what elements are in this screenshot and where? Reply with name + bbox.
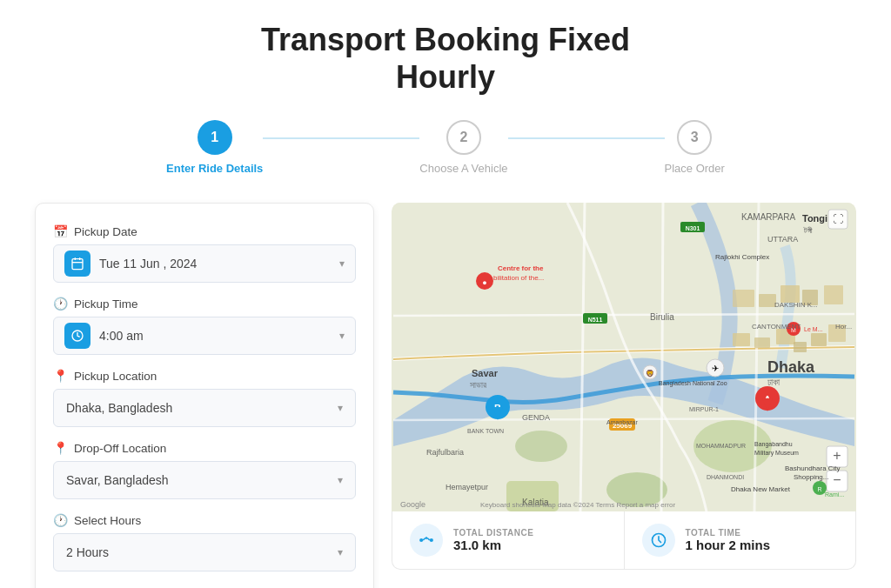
svg-text:Rami...: Rami... xyxy=(825,491,844,498)
select-hours-label: 🕐 Select Hours xyxy=(53,513,356,527)
svg-text:🦁: 🦁 xyxy=(646,369,654,378)
svg-text:Dhaka New Market: Dhaka New Market xyxy=(731,485,791,493)
svg-point-92 xyxy=(425,538,428,540)
select-hours-field: 🕐 Select Hours 2 Hours ▾ xyxy=(53,513,356,571)
svg-text:−: − xyxy=(833,472,841,487)
svg-text:GENDA: GENDA xyxy=(522,413,550,422)
pickup-time-field: 🕐 Pickup Time 4:00 am ▾ xyxy=(53,297,356,355)
svg-text:●: ● xyxy=(482,278,486,287)
step-connector-1 xyxy=(263,137,419,139)
svg-text:⛶: ⛶ xyxy=(833,213,843,225)
pickup-time-value: 4:00 am xyxy=(99,329,339,343)
svg-text:Amanbazar: Amanbazar xyxy=(606,419,638,425)
svg-line-13 xyxy=(661,203,663,511)
svg-text:ঢাকা: ঢাকা xyxy=(767,377,780,387)
svg-rect-21 xyxy=(811,333,827,346)
svg-rect-25 xyxy=(780,285,800,303)
svg-text:DHANMONDI: DHANMONDI xyxy=(707,474,744,480)
pickup-date-label: 📅 Pickup Date xyxy=(53,224,356,238)
svg-rect-27 xyxy=(824,285,843,304)
svg-text:Tongi: Tongi xyxy=(802,213,827,224)
time-value: 1 hour 2 mins xyxy=(686,538,771,552)
svg-text:Keyboard shortcuts  Map data ©: Keyboard shortcuts Map data ©2024 Terms … xyxy=(480,501,675,509)
pickup-location-label: 📍 Pickup Location xyxy=(53,369,356,383)
svg-rect-23 xyxy=(733,290,754,307)
map-panel: Dhaka ঢাকা Savar সাভার Birulia GENDA Kal… xyxy=(392,203,856,570)
svg-text:Rajfulbaria: Rajfulbaria xyxy=(426,448,464,457)
svg-rect-20 xyxy=(794,342,807,352)
map-info-bar: TOTAL DISTANCE 31.0 km TOTAL TIME 1 hour… xyxy=(392,511,856,570)
distance-label: TOTAL DISTANCE xyxy=(453,528,533,538)
distance-icon xyxy=(418,531,435,549)
calendar-icon: 📅 xyxy=(53,224,68,238)
pickup-location-value: Dhaka, Bangladesh xyxy=(66,401,172,415)
svg-text:Le M...: Le M... xyxy=(804,326,822,332)
time-label: TOTAL TIME xyxy=(686,528,771,538)
svg-text:Shopping...: Shopping... xyxy=(794,473,828,481)
svg-text:Savar: Savar xyxy=(472,368,499,378)
svg-text:Rajlokhi Complex: Rajlokhi Complex xyxy=(715,253,769,261)
step-1-circle: 1 xyxy=(198,120,232,155)
pickup-date-field: 📅 Pickup Date Tue 11 Jun , 2024 ▾ xyxy=(53,224,356,283)
time-icon-circle xyxy=(642,524,675,557)
svg-text:Dhaka: Dhaka xyxy=(767,358,815,376)
svg-text:Hor...: Hor... xyxy=(835,323,852,331)
svg-text:UTTARA: UTTARA xyxy=(767,235,798,244)
svg-point-90 xyxy=(419,538,423,542)
svg-text:+: + xyxy=(833,448,841,463)
svg-rect-0 xyxy=(72,259,83,270)
svg-text:Birulia: Birulia xyxy=(650,312,674,322)
svg-text:bilitation of the...: bilitation of the... xyxy=(493,274,544,282)
dropoff-location-select[interactable]: Savar, Bangladesh ▾ xyxy=(53,461,356,499)
pickup-date-select[interactable]: Tue 11 Jun , 2024 ▾ xyxy=(53,244,356,283)
map-container: Dhaka ঢাকা Savar সাভার Birulia GENDA Kal… xyxy=(392,203,856,511)
form-panel: 📅 Pickup Date Tue 11 Jun , 2024 ▾ xyxy=(35,203,374,588)
svg-text:Hemayetpur: Hemayetpur xyxy=(446,483,488,491)
distance-icon-circle xyxy=(410,524,443,557)
map-svg: Dhaka ঢাকা Savar সাভার Birulia GENDA Kal… xyxy=(392,203,856,511)
svg-text:Bangladesh National Zoo: Bangladesh National Zoo xyxy=(659,380,727,387)
hours-clock-icon: 🕐 xyxy=(53,513,68,527)
svg-text:টঙ্গী: টঙ্গী xyxy=(803,226,813,235)
pickup-location-arrow: ▾ xyxy=(338,402,343,414)
step-connector-2 xyxy=(508,137,665,139)
pickup-time-icon xyxy=(64,323,90,349)
dropoff-location-arrow: ▾ xyxy=(338,474,343,486)
step-1-label: Enter Ride Details xyxy=(166,162,263,175)
select-hours-select[interactable]: 2 Hours ▾ xyxy=(53,533,356,571)
svg-text:CANTONMENT: CANTONMENT xyxy=(752,323,801,331)
step-2-circle: 2 xyxy=(446,120,481,155)
pickup-location-field: 📍 Pickup Location Dhaka, Bangladesh ▾ xyxy=(53,369,356,427)
distance-value: 31.0 km xyxy=(453,538,533,552)
select-hours-value: 2 Hours xyxy=(66,545,109,559)
svg-text:DAKSHIN K...: DAKSHIN K... xyxy=(774,301,818,309)
step-3-circle: 3 xyxy=(677,120,712,155)
svg-point-11 xyxy=(515,431,567,462)
time-dropdown-arrow: ▾ xyxy=(339,330,345,342)
dropoff-location-value: Savar, Bangladesh xyxy=(66,473,169,487)
svg-text:✈: ✈ xyxy=(712,364,719,373)
svg-text:MOHAMMADPUR: MOHAMMADPUR xyxy=(696,443,746,449)
pickup-location-select[interactable]: Dhaka, Bangladesh ▾ xyxy=(53,389,356,427)
pickup-location-icon: 📍 xyxy=(53,369,68,383)
pickup-date-value: Tue 11 Jun , 2024 xyxy=(99,257,339,271)
svg-text:BANK TOWN: BANK TOWN xyxy=(467,428,504,434)
date-dropdown-arrow: ▾ xyxy=(339,257,345,270)
pickup-time-select[interactable]: 4:00 am ▾ xyxy=(53,317,356,355)
step-2: 2 Choose A Vehicle xyxy=(419,120,507,175)
dropoff-location-icon: 📍 xyxy=(53,441,68,455)
step-2-label: Choose A Vehicle xyxy=(419,162,507,175)
svg-text:Centre for the: Centre for the xyxy=(498,264,544,272)
svg-text:R: R xyxy=(817,486,821,492)
svg-text:N301: N301 xyxy=(686,225,700,231)
dropoff-location-field: 📍 Drop-Off Location Savar, Bangladesh ▾ xyxy=(53,441,356,499)
time-icon xyxy=(650,531,667,549)
svg-text:Google: Google xyxy=(400,500,425,509)
time-text: TOTAL TIME 1 hour 2 mins xyxy=(686,528,771,552)
distance-text: TOTAL DISTANCE 31.0 km xyxy=(453,528,533,552)
svg-point-91 xyxy=(430,538,433,542)
dropoff-location-label: 📍 Drop-Off Location xyxy=(53,441,356,455)
hours-dropdown-arrow: ▾ xyxy=(338,546,343,558)
step-3-label: Place Order xyxy=(665,162,725,175)
step-3: 3 Place Order xyxy=(665,120,725,175)
